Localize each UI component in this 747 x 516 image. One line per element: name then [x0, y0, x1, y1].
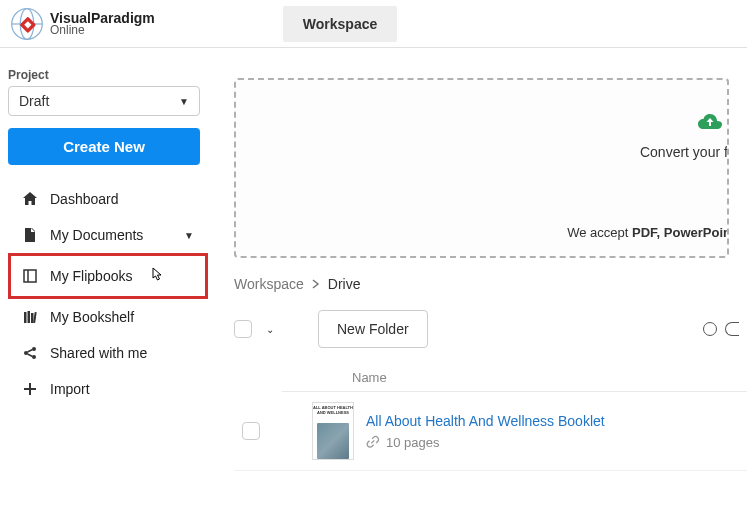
bookshelf-icon	[22, 309, 38, 325]
logo[interactable]: VisualParadigm Online	[10, 7, 155, 41]
logo-icon	[10, 7, 44, 41]
plus-icon	[22, 381, 38, 397]
create-new-button[interactable]: Create New	[8, 128, 200, 165]
view-toggles	[703, 322, 739, 336]
breadcrumb-root[interactable]: Workspace	[234, 276, 304, 292]
file-meta: 10 pages	[366, 435, 605, 450]
document-icon	[22, 227, 38, 243]
sidebar-item-label: Import	[50, 381, 194, 397]
sidebar-item-my-flipbooks[interactable]: My Flipbooks	[8, 253, 208, 299]
chevron-right-icon	[312, 279, 320, 289]
main-content: Convert your fi We accept PDF, PowerPoin…	[230, 78, 747, 516]
file-pages: 10 pages	[386, 435, 440, 450]
file-info: All About Health And Wellness Booklet 10…	[366, 413, 605, 450]
view-toggle-1[interactable]	[703, 322, 717, 336]
thumb-image	[317, 423, 349, 459]
workspace-button[interactable]: Workspace	[283, 6, 397, 42]
svg-rect-8	[28, 311, 31, 323]
sidebar-item-label: Dashboard	[50, 191, 194, 207]
dropzone-convert-text: Convert your fi	[640, 144, 729, 160]
app-header: VisualParadigm Online Workspace	[0, 0, 747, 48]
svg-rect-10	[33, 312, 37, 323]
project-select[interactable]: Draft ▼	[8, 86, 200, 116]
sidebar-item-label: My Bookshelf	[50, 309, 194, 325]
upload-cloud-icon	[697, 112, 723, 132]
file-checkbox[interactable]	[242, 422, 260, 440]
svg-line-14	[28, 350, 33, 353]
breadcrumb: Workspace Drive	[234, 276, 747, 292]
file-row[interactable]: ALL ABOUT HEALTH AND WELLNESS All About …	[234, 392, 747, 471]
share-icon	[22, 345, 38, 361]
view-toggle-2[interactable]	[725, 322, 739, 336]
home-icon	[22, 191, 38, 207]
sidebar-item-import[interactable]: Import	[8, 371, 208, 407]
sidebar: Project Draft ▼ Create New Dashboard My …	[8, 68, 208, 407]
caret-down-icon: ▼	[184, 230, 194, 241]
flipbook-icon	[22, 268, 38, 284]
svg-rect-7	[24, 312, 27, 323]
svg-rect-5	[24, 270, 36, 282]
file-name-link[interactable]: All About Health And Wellness Booklet	[366, 413, 605, 429]
file-thumbnail[interactable]: ALL ABOUT HEALTH AND WELLNESS	[312, 402, 354, 460]
list-header: Name	[282, 370, 747, 392]
sidebar-item-label: Shared with me	[50, 345, 194, 361]
breadcrumb-current: Drive	[328, 276, 361, 292]
sidebar-item-label: My Flipbooks	[50, 268, 194, 284]
sidebar-item-dashboard[interactable]: Dashboard	[8, 181, 208, 217]
svg-point-13	[32, 355, 36, 359]
logo-sub-text: Online	[50, 24, 155, 36]
logo-text: VisualParadigm Online	[50, 11, 155, 36]
sidebar-item-label: My Documents	[50, 227, 172, 243]
project-value: Draft	[19, 93, 49, 109]
dropzone-accept-text: We accept PDF, PowerPoin	[567, 225, 729, 240]
svg-point-12	[32, 347, 36, 351]
project-label: Project	[8, 68, 208, 82]
caret-down-icon: ▼	[179, 96, 189, 107]
sidebar-item-my-documents[interactable]: My Documents ▼	[8, 217, 208, 253]
svg-rect-9	[31, 313, 34, 323]
link-icon	[366, 435, 380, 449]
select-menu-caret[interactable]: ⌄	[262, 320, 278, 339]
toolbar: ⌄ New Folder	[234, 310, 747, 348]
sidebar-item-shared[interactable]: Shared with me	[8, 335, 208, 371]
svg-line-15	[28, 354, 33, 357]
new-folder-button[interactable]: New Folder	[318, 310, 428, 348]
sidebar-item-my-bookshelf[interactable]: My Bookshelf	[8, 299, 208, 335]
column-name[interactable]: Name	[352, 370, 387, 385]
upload-dropzone[interactable]: Convert your fi We accept PDF, PowerPoin	[234, 78, 729, 258]
select-all-checkbox[interactable]	[234, 320, 252, 338]
